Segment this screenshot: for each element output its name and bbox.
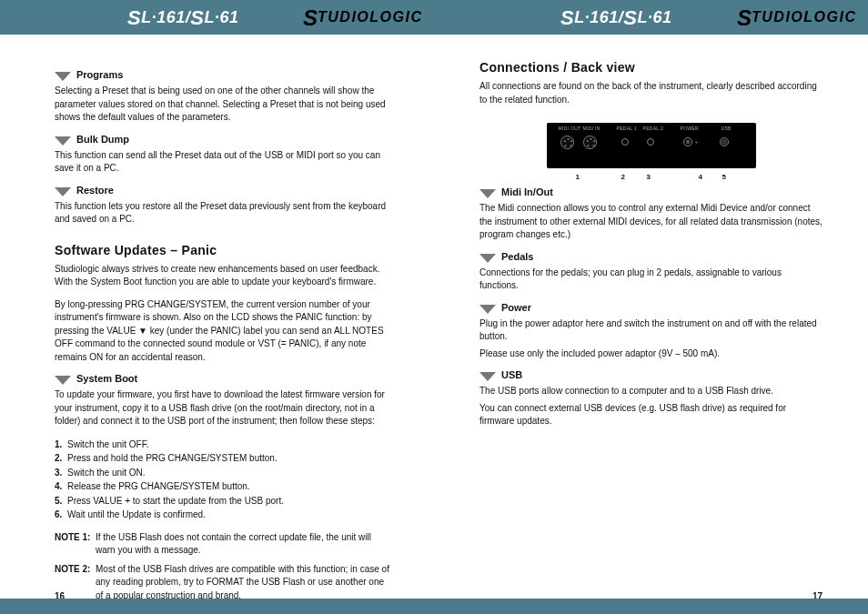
rp-label-midiin: MIDI IN (583, 126, 601, 131)
right-power-body-2: Please use only the included power adapt… (479, 347, 823, 361)
right-sub-power-label: Power (501, 302, 531, 313)
rp-num-5: 5 (722, 173, 726, 181)
svg-marker-5 (479, 254, 496, 263)
right-sub-midi: Midi In/Out (479, 186, 823, 198)
model-rest-2-r: L·61 (637, 8, 671, 27)
header-brand-row: SL·161/SL·61 STUDIOLOGIC SL·161/SL·61 ST… (0, 5, 868, 29)
logo-rest: TUDIOLOGIC (318, 9, 422, 25)
right-power-body-1: Plug in the power adaptor here and switc… (479, 317, 823, 344)
left-sysboot-body: To update your firmware, you first have … (55, 388, 393, 428)
triangle-icon (55, 136, 71, 146)
logo-rest-r: TUDIOLOGIC (752, 9, 856, 25)
header-logo-right: STUDIOLOGIC (737, 5, 856, 29)
pedal1-jack-icon (621, 138, 629, 146)
midi-in-port-icon (583, 136, 597, 149)
header-model-left: SL·161/SL·61 (127, 5, 238, 29)
svg-marker-6 (479, 305, 496, 314)
svg-marker-2 (55, 187, 71, 196)
model-big-s-2: S (190, 6, 204, 30)
model-rest-1: L·161/ (141, 8, 190, 27)
model-rest-2: L·61 (204, 8, 238, 27)
step-3: Switch the unit ON. (67, 468, 146, 478)
step-4: Release the PRG CHANGE/SYSTEM button. (67, 481, 250, 491)
triangle-icon (55, 376, 71, 385)
power-switch-icon (720, 137, 729, 146)
model-big-s-r: S (560, 6, 574, 30)
left-page: Programs Selecting a Preset that is bein… (0, 35, 434, 598)
left-sub-bulk: Bulk Dump (55, 134, 393, 146)
left-programs-body: Selecting a Preset that is being used on… (55, 85, 393, 125)
step-5: Press VALUE + to start the update from t… (67, 496, 284, 506)
svg-marker-0 (55, 72, 71, 81)
left-bulk-body: This function can send all the Preset da… (55, 149, 393, 176)
step-6: Wait until the Update is confirmed. (67, 509, 206, 519)
rp-num-3: 3 (647, 173, 651, 181)
left-updates-body-1: Studiologic always strives to create new… (55, 263, 393, 289)
left-sub-sysboot: System Boot (55, 373, 393, 385)
right-sub-midi-label: Midi In/Out (501, 186, 553, 197)
right-heading-connections: Connections / Back view (479, 60, 823, 75)
midi-out-port-icon (560, 136, 574, 149)
model-rest-1-r: L·161/ (574, 8, 623, 27)
left-restore-body: This function lets you restore all the P… (55, 200, 393, 226)
triangle-icon (479, 189, 496, 198)
right-sub-usb: USB (479, 369, 823, 381)
bottom-bar (0, 599, 868, 614)
left-sub-restore-label: Restore (76, 185, 114, 196)
right-pedals-body: Connections for the pedals; you can plug… (479, 267, 823, 293)
model-big-s-2-r: S (623, 6, 637, 30)
left-heading-updates: Software Updates – Panic (55, 243, 393, 257)
left-sysboot-steps: 1.Switch the unit OFF. 2.Press and hold … (55, 438, 393, 522)
dc-jack-icon (683, 137, 692, 146)
note1-label: NOTE 1: (55, 531, 96, 558)
triangle-icon (479, 305, 496, 314)
right-sub-pedals-label: Pedals (501, 251, 533, 262)
triangle-icon (479, 372, 496, 381)
svg-marker-1 (55, 136, 71, 146)
left-sub-programs: Programs (55, 69, 393, 81)
note1-text: If the USB Flash does not contain the co… (96, 531, 393, 558)
rp-label-midiout: MIDI OUT (559, 126, 581, 131)
note2-text-a: Most of the USB Flash drives are compati… (96, 563, 393, 603)
logo-big-s: S (303, 5, 318, 31)
page-body: Programs Selecting a Preset that is bein… (0, 35, 868, 598)
left-sub-bulk-label: Bulk Dump (76, 134, 129, 145)
rp-label-ped1: PEDAL 1 (617, 126, 637, 131)
svg-marker-4 (479, 189, 496, 198)
step-2: Press and hold the PRG CHANGE/SYSTEM but… (67, 453, 278, 463)
left-note-2a: NOTE 2: Most of the USB Flash drives are… (55, 563, 393, 603)
rear-panel-diagram: MIDI OUT MIDI IN PEDAL 1 PEDAL 2 POWER U… (547, 123, 756, 168)
right-sub-usb-label: USB (501, 369, 522, 380)
right-page: Connections / Back view All connections … (434, 35, 868, 598)
model-big-s: S (127, 6, 141, 30)
manual-spread: SL·161/SL·61 STUDIOLOGIC SL·161/SL·61 ST… (0, 0, 868, 614)
right-usb-body-1: The USB ports allow connection to a comp… (479, 385, 823, 398)
right-sub-pedals: Pedals (479, 251, 823, 263)
left-updates-body-2: By long-pressing PRG CHANGE/SYSTEM, the … (55, 298, 393, 365)
left-sub-programs-label: Programs (76, 69, 123, 80)
rp-num-1: 1 (576, 173, 580, 181)
svg-marker-3 (55, 376, 71, 385)
svg-marker-7 (479, 372, 496, 381)
right-usb-body-2: You can connect external USB devices (e.… (479, 402, 823, 428)
rp-label-ped2: PEDAL 2 (643, 126, 663, 131)
rp-num-4: 4 (699, 173, 702, 181)
header-logo-left: STUDIOLOGIC (303, 5, 422, 29)
triangle-icon (55, 72, 71, 81)
rp-label-power: POWER (681, 126, 699, 131)
header-model-right: SL·161/SL·61 (560, 5, 671, 29)
right-connections-body: All connections are found on the back of… (479, 80, 823, 106)
polarity-icon: + (695, 139, 699, 145)
left-note-1: NOTE 1: If the USB Flash does not contai… (55, 531, 393, 558)
triangle-icon (479, 254, 496, 263)
left-sub-restore: Restore (55, 185, 393, 196)
left-sub-sysboot-label: System Boot (76, 373, 137, 384)
step-1: Switch the unit OFF. (67, 439, 148, 449)
rp-label-usb: USB (722, 126, 732, 131)
right-sub-power: Power (479, 302, 823, 314)
rp-num-2: 2 (621, 173, 625, 181)
triangle-icon (55, 187, 71, 196)
logo-big-s-r: S (737, 5, 752, 31)
pedal2-jack-icon (647, 138, 654, 146)
right-midi-body: The Midi connection allows you to contro… (479, 202, 823, 242)
